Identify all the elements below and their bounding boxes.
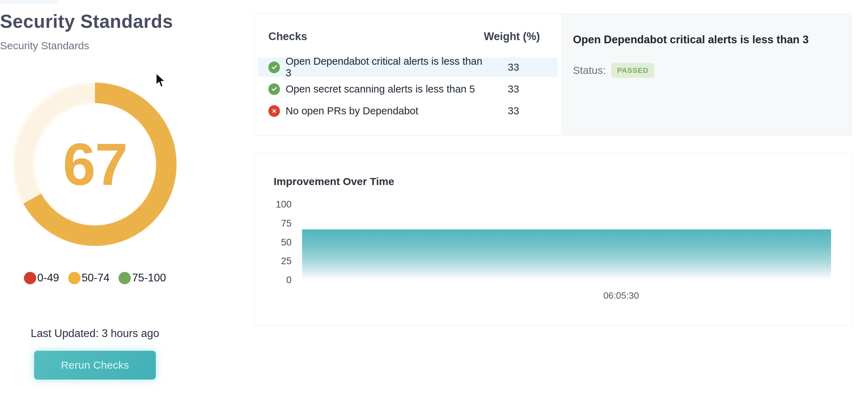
page-title: Security Standards xyxy=(0,11,190,32)
status-row: Status: PASSED xyxy=(573,63,654,78)
score-gauge: 67 xyxy=(13,83,177,246)
y-tick-label: 100 xyxy=(254,199,292,210)
check-detail-title: Open Dependabot critical alerts is less … xyxy=(573,33,841,46)
legend-label: 50-74 xyxy=(82,272,109,284)
improvement-area-chart: 1007550250 06:05:30 xyxy=(254,154,851,325)
legend-item: 0-49 xyxy=(24,272,59,284)
top-left-artifact xyxy=(0,0,58,4)
page-subtitle: Security Standards xyxy=(0,40,190,52)
check-weight: 33 xyxy=(487,83,540,95)
check-row[interactable]: Open Dependabot critical alerts is less … xyxy=(258,58,557,77)
check-passed-icon xyxy=(268,83,280,95)
legend-label: 0-49 xyxy=(37,272,59,284)
improvement-chart-card: Improvement Over Time 1007550250 06:05:3… xyxy=(254,153,852,326)
area-series xyxy=(302,229,831,280)
check-weight: 33 xyxy=(487,62,540,73)
legend-dot-icon xyxy=(24,272,36,284)
score-value: 67 xyxy=(13,83,177,246)
check-passed-icon xyxy=(268,62,280,73)
checks-rows: Open Dependabot critical alerts is less … xyxy=(254,58,561,123)
status-badge: PASSED xyxy=(611,63,654,78)
rerun-checks-button[interactable]: Rerun Checks xyxy=(34,351,156,380)
checks-list: Checks Weight (%) Open Dependabot critic… xyxy=(254,14,561,135)
legend-item: 75-100 xyxy=(119,272,166,284)
legend-item: 50-74 xyxy=(68,272,109,284)
y-tick-label: 25 xyxy=(254,256,292,267)
score-legend: 0-4950-7475-100 xyxy=(0,272,190,284)
y-tick-label: 50 xyxy=(254,237,292,248)
check-label: Open secret scanning alerts is less than… xyxy=(286,83,487,95)
checks-card: Checks Weight (%) Open Dependabot critic… xyxy=(254,13,852,136)
legend-dot-icon xyxy=(119,272,131,284)
weight-column-header: Weight (%) xyxy=(484,30,540,43)
x-axis-label: 06:05:30 xyxy=(586,290,656,301)
check-weight: 33 xyxy=(487,105,540,117)
check-label: Open Dependabot critical alerts is less … xyxy=(286,56,487,79)
check-row[interactable]: Open secret scanning alerts is less than… xyxy=(258,80,557,99)
last-updated-text: Last Updated: 3 hours ago xyxy=(0,327,190,340)
status-label: Status: xyxy=(573,64,606,76)
mouse-cursor-icon xyxy=(155,72,167,89)
check-label: No open PRs by Dependabot xyxy=(286,105,487,117)
check-detail-panel: Open Dependabot critical alerts is less … xyxy=(561,14,851,135)
y-tick-label: 0 xyxy=(254,275,292,286)
security-standards-page: Security Standards Security Standards 67… xyxy=(0,0,868,394)
checks-table-header: Checks Weight (%) xyxy=(254,28,561,45)
y-tick-label: 75 xyxy=(254,218,292,229)
check-row[interactable]: No open PRs by Dependabot33 xyxy=(258,101,557,120)
checks-column-header: Checks xyxy=(268,30,307,43)
check-failed-icon xyxy=(268,105,280,117)
legend-label: 75-100 xyxy=(132,272,166,284)
legend-dot-icon xyxy=(68,272,81,284)
